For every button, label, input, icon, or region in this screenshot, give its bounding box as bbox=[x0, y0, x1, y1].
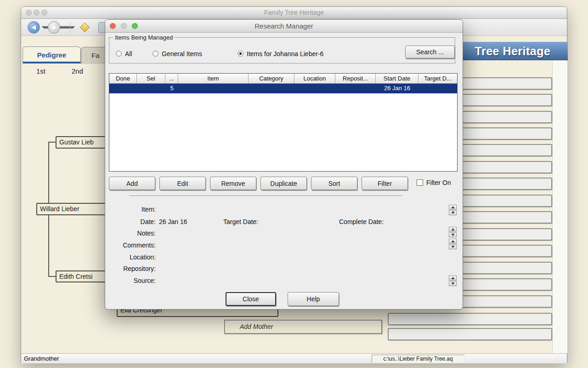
filter-button[interactable]: Filter bbox=[362, 177, 408, 190]
date-label: Date: bbox=[110, 218, 156, 225]
sort-button[interactable]: Sort bbox=[311, 177, 357, 190]
radio-items-for-person[interactable] bbox=[237, 51, 243, 57]
radio-all-label[interactable]: All bbox=[125, 50, 132, 58]
cell-repository bbox=[335, 84, 376, 93]
spinner-down-icon[interactable] bbox=[449, 232, 457, 237]
dialog-minimize-icon[interactable] bbox=[121, 23, 127, 29]
status-relationship: Grandmother bbox=[24, 355, 59, 362]
dialog-zoom-icon[interactable] bbox=[132, 23, 138, 29]
cell-location bbox=[294, 84, 335, 93]
forward-arrow-icon bbox=[52, 25, 57, 30]
back-arrow-icon bbox=[32, 25, 36, 30]
repository-label: Repository: bbox=[110, 265, 156, 272]
source-label: Source: bbox=[110, 277, 156, 284]
item-label: Item: bbox=[110, 206, 156, 213]
duplicate-button[interactable]: Duplicate bbox=[260, 177, 307, 190]
column-header-category[interactable]: Category bbox=[249, 74, 294, 83]
window-title: Family Tree Heritage bbox=[21, 7, 567, 18]
cell-num: 5 bbox=[165, 84, 178, 93]
radio-all[interactable] bbox=[116, 51, 122, 57]
notes-label: Notes: bbox=[110, 230, 156, 237]
add-mother-button[interactable]: Add Mother bbox=[224, 320, 382, 334]
table-row-selected[interactable]: 5 26 Jan 16 bbox=[109, 84, 457, 93]
pedigree-box-main-person[interactable]: Willard Lieber bbox=[36, 203, 106, 215]
items-being-managed-group: Items Being Managed All General Items It… bbox=[109, 37, 455, 63]
target-date-label: Target Date: bbox=[223, 218, 258, 225]
home-gold-icon[interactable] bbox=[80, 23, 90, 32]
zoom-window-icon[interactable] bbox=[41, 10, 47, 16]
generation-label-2nd: 2nd bbox=[72, 67, 83, 75]
complete-date-label: Complete Date: bbox=[339, 218, 384, 225]
spinner-up-icon[interactable] bbox=[449, 205, 457, 210]
status-file-path: c:\us..\Lieber Family Tree.aq bbox=[372, 355, 464, 363]
column-header-sel[interactable]: Sel bbox=[137, 74, 165, 83]
back-button[interactable] bbox=[28, 21, 40, 34]
cell-start-date: 26 Jan 16 bbox=[376, 84, 418, 93]
dialog-title: Research Manager bbox=[105, 20, 463, 32]
column-header-repository[interactable]: Reposit... bbox=[335, 74, 376, 83]
column-header-item[interactable]: Item bbox=[178, 74, 249, 83]
close-window-icon[interactable] bbox=[26, 10, 32, 16]
spinner-down-icon[interactable] bbox=[449, 210, 457, 215]
column-header-location[interactable]: Location bbox=[294, 74, 335, 83]
dialog-close-icon[interactable] bbox=[110, 23, 116, 29]
close-button[interactable]: Close bbox=[226, 292, 276, 306]
research-manager-dialog: Research Manager Items Being Managed All… bbox=[105, 19, 463, 310]
person-slot[interactable] bbox=[388, 313, 552, 325]
column-header-target-date[interactable]: Target D... bbox=[418, 74, 457, 83]
date-value: 26 Jan 16 bbox=[159, 218, 187, 225]
forward-dropdown-icon[interactable] bbox=[62, 26, 75, 29]
remove-button[interactable]: Remove bbox=[210, 177, 256, 190]
group-title: Items Being Managed bbox=[113, 34, 175, 41]
cell-sel bbox=[137, 84, 165, 93]
tab-pedigree[interactable]: Pedigree bbox=[23, 46, 81, 63]
filter-on-checkbox[interactable] bbox=[417, 179, 423, 186]
add-button[interactable]: Add bbox=[109, 177, 155, 190]
cell-target-date bbox=[418, 84, 457, 93]
dialog-titlebar[interactable]: Research Manager bbox=[105, 20, 463, 33]
status-bar: Grandmother c:\us..\Lieber Family Tree.a… bbox=[21, 353, 567, 363]
location-label: Location: bbox=[110, 253, 156, 261]
generation-label-1st: 1st bbox=[36, 67, 45, 75]
cell-category bbox=[249, 84, 294, 93]
toolbar-separator bbox=[70, 22, 70, 33]
right-scroll-strip[interactable] bbox=[552, 61, 567, 353]
column-header-done[interactable]: Done bbox=[109, 74, 137, 83]
forward-button[interactable] bbox=[48, 21, 60, 34]
spinner-up-icon[interactable] bbox=[449, 276, 457, 281]
form-divider bbox=[129, 196, 402, 196]
spinner-down-icon[interactable] bbox=[449, 244, 457, 249]
edit-button[interactable]: Edit bbox=[159, 177, 206, 190]
column-header-num[interactable]: ... bbox=[165, 74, 178, 83]
notes-spinner bbox=[449, 227, 457, 238]
spinner-up-icon[interactable] bbox=[449, 239, 457, 244]
comments-label: Comments: bbox=[110, 242, 156, 249]
item-spinner bbox=[449, 205, 457, 216]
main-titlebar[interactable]: Family Tree Heritage bbox=[21, 7, 567, 19]
person-slot[interactable] bbox=[388, 328, 552, 340]
source-spinner bbox=[449, 276, 457, 287]
radio-general-items[interactable] bbox=[153, 51, 158, 57]
table-header-row: Done Sel ... Item Category Location Repo… bbox=[109, 74, 457, 84]
help-button[interactable]: Help bbox=[288, 292, 339, 306]
column-header-start-date[interactable]: Start Date bbox=[376, 74, 418, 83]
radio-items-for-person-label[interactable]: Items for Johanna Lieber-6 bbox=[247, 50, 323, 58]
minimize-window-icon[interactable] bbox=[34, 10, 40, 16]
spinner-up-icon[interactable] bbox=[449, 227, 457, 232]
search-button[interactable]: Search ... bbox=[405, 46, 455, 58]
cell-done bbox=[109, 84, 137, 93]
cell-item bbox=[178, 84, 249, 93]
spinner-down-icon[interactable] bbox=[449, 281, 457, 286]
filter-on-label[interactable]: Filter On bbox=[426, 179, 451, 186]
gold-diamond-icon bbox=[80, 23, 90, 32]
comments-spinner bbox=[449, 239, 457, 250]
research-items-table[interactable]: Done Sel ... Item Category Location Repo… bbox=[109, 73, 458, 172]
radio-general-items-label[interactable]: General Items bbox=[162, 50, 202, 58]
